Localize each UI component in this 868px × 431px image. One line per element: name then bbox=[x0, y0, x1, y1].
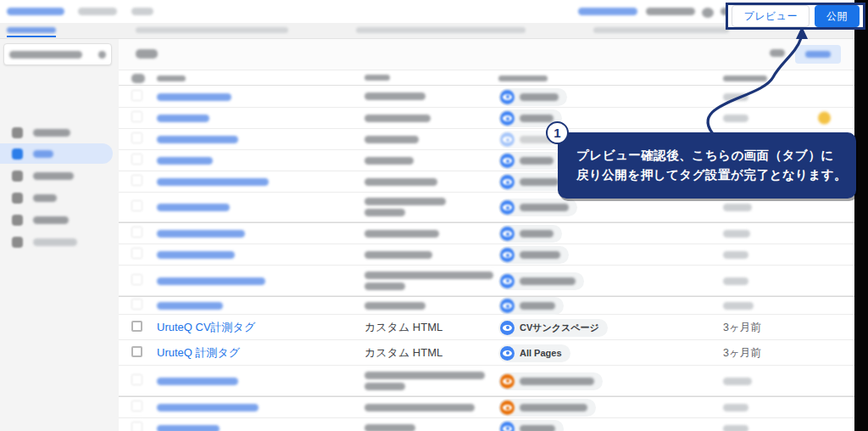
row-checkbox[interactable] bbox=[131, 299, 142, 310]
eye-icon bbox=[500, 132, 515, 147]
row-checkbox[interactable] bbox=[131, 321, 142, 332]
trigger-badge[interactable] bbox=[498, 399, 596, 417]
table-row[interactable]: UruteQ 計測タグカスタム HTMLAll Pages3ヶ月前 bbox=[119, 340, 854, 366]
workspace-selector[interactable] bbox=[3, 43, 112, 65]
nav-tab-redacted[interactable] bbox=[78, 8, 117, 15]
tag-name-redacted[interactable] bbox=[157, 93, 231, 101]
trigger-badge[interactable] bbox=[498, 297, 564, 315]
tag-name-redacted[interactable] bbox=[157, 378, 238, 385]
tag-name-redacted[interactable] bbox=[157, 204, 230, 211]
table-row[interactable] bbox=[119, 86, 854, 108]
row-checkbox[interactable] bbox=[131, 346, 142, 357]
eye-icon bbox=[500, 321, 515, 335]
table-row[interactable] bbox=[119, 396, 854, 418]
nav-tab-redacted[interactable] bbox=[131, 8, 153, 15]
row-checkbox[interactable] bbox=[131, 132, 142, 143]
gtm-window: UruteQ CV計測タグカスタム HTMLCVサンクスページ3ヶ月前Urute… bbox=[0, 0, 868, 431]
tag-name-redacted[interactable] bbox=[157, 178, 269, 186]
paused-tag-icon bbox=[818, 112, 831, 125]
row-checkbox[interactable] bbox=[131, 274, 142, 285]
highlight-box: プレビュー 公開 bbox=[726, 3, 865, 30]
row-checkbox[interactable] bbox=[131, 175, 142, 186]
new-tag-button[interactable] bbox=[795, 45, 841, 64]
table-row[interactable] bbox=[119, 266, 854, 296]
search-icon[interactable] bbox=[98, 51, 106, 59]
trigger-label-redacted bbox=[520, 204, 569, 211]
table-row[interactable] bbox=[119, 108, 854, 129]
row-checkbox[interactable] bbox=[131, 111, 142, 122]
folder-icon bbox=[12, 215, 23, 226]
sidebar-item-triggers[interactable] bbox=[0, 165, 113, 186]
row-checkbox[interactable] bbox=[131, 400, 142, 411]
trigger-badge[interactable]: All Pages bbox=[498, 344, 570, 362]
table-row[interactable]: UruteQ CV計測タグカスタム HTMLCVサンクスページ3ヶ月前 bbox=[119, 315, 854, 340]
tag-name-redacted[interactable] bbox=[157, 157, 213, 165]
trigger-badge[interactable] bbox=[498, 420, 564, 431]
sidebar-item-folders[interactable] bbox=[0, 210, 113, 230]
preview-button[interactable]: プレビュー bbox=[732, 5, 810, 27]
eye-icon bbox=[500, 400, 515, 415]
last-edited-redacted bbox=[723, 378, 752, 385]
row-checkbox[interactable] bbox=[131, 90, 142, 101]
trigger-badge[interactable] bbox=[498, 272, 584, 290]
trigger-badge[interactable] bbox=[498, 152, 562, 170]
table-header-row bbox=[119, 70, 854, 86]
last-edited: 3ヶ月前 bbox=[723, 347, 761, 359]
trigger-badge[interactable] bbox=[498, 173, 567, 191]
column-header-name[interactable] bbox=[157, 76, 186, 81]
tag-name-link[interactable]: UruteQ CV計測タグ bbox=[157, 321, 255, 333]
sidebar-item-overview[interactable] bbox=[0, 122, 113, 143]
row-checkbox[interactable] bbox=[131, 154, 142, 165]
workspace-status-redacted bbox=[646, 8, 695, 15]
eye-icon bbox=[500, 422, 515, 431]
filter-icon[interactable] bbox=[770, 49, 785, 57]
trigger-badge[interactable] bbox=[498, 246, 569, 264]
column-header-type[interactable] bbox=[364, 75, 390, 81]
sidebar-item-variables[interactable] bbox=[0, 188, 113, 208]
table-row[interactable] bbox=[119, 366, 854, 396]
subtab-underline bbox=[7, 36, 56, 37]
trigger-badge[interactable]: CVサンクスページ bbox=[498, 319, 608, 337]
tag-type-redacted bbox=[364, 383, 405, 390]
tag-name-redacted[interactable] bbox=[157, 115, 209, 122]
trigger-badge[interactable] bbox=[498, 88, 567, 106]
tag-name-redacted[interactable] bbox=[157, 404, 259, 411]
tag-name-redacted[interactable] bbox=[157, 230, 245, 238]
tag-type-redacted bbox=[364, 209, 405, 216]
tag-name-redacted[interactable] bbox=[157, 277, 265, 285]
table-row[interactable] bbox=[119, 222, 854, 244]
tag-name-redacted[interactable] bbox=[157, 302, 223, 310]
row-checkbox[interactable] bbox=[131, 422, 142, 431]
tag-name-link[interactable]: UruteQ 計測タグ bbox=[157, 346, 240, 359]
tag-type-redacted bbox=[364, 404, 475, 411]
selected-subtab-redacted[interactable] bbox=[7, 27, 56, 33]
trigger-badge[interactable] bbox=[498, 225, 562, 243]
eye-icon bbox=[500, 175, 515, 189]
table-row[interactable] bbox=[119, 296, 854, 315]
column-header-firing-triggers[interactable] bbox=[498, 76, 548, 81]
publish-button[interactable]: 公開 bbox=[815, 5, 860, 27]
row-checkbox[interactable] bbox=[131, 248, 142, 259]
eye-icon bbox=[500, 227, 515, 241]
sidebar-item-templates[interactable] bbox=[0, 232, 113, 252]
sidebar-item-tags[interactable] bbox=[0, 143, 113, 164]
trigger-badge[interactable] bbox=[498, 199, 577, 216]
tag-name-redacted[interactable] bbox=[157, 425, 220, 431]
select-all-icon[interactable] bbox=[131, 74, 145, 83]
sidebar-label-redacted bbox=[33, 238, 77, 246]
subbar-text-redacted bbox=[356, 27, 526, 33]
row-checkbox[interactable] bbox=[131, 200, 142, 211]
tag-name-redacted[interactable] bbox=[157, 136, 238, 143]
trigger-icon bbox=[12, 171, 23, 182]
callout-text-line2: 戻り公開を押してタグ設置が完了となります。 bbox=[576, 165, 856, 185]
account-avatar[interactable] bbox=[702, 8, 714, 18]
trigger-badge[interactable] bbox=[498, 372, 603, 390]
row-checkbox[interactable] bbox=[131, 227, 142, 238]
container-id-redacted[interactable] bbox=[578, 8, 637, 15]
table-row[interactable] bbox=[119, 244, 854, 266]
table-row[interactable] bbox=[119, 418, 854, 431]
template-icon bbox=[12, 237, 23, 248]
column-header-last-edited[interactable] bbox=[723, 76, 767, 81]
row-checkbox[interactable] bbox=[131, 374, 142, 385]
tag-name-redacted[interactable] bbox=[157, 251, 235, 259]
